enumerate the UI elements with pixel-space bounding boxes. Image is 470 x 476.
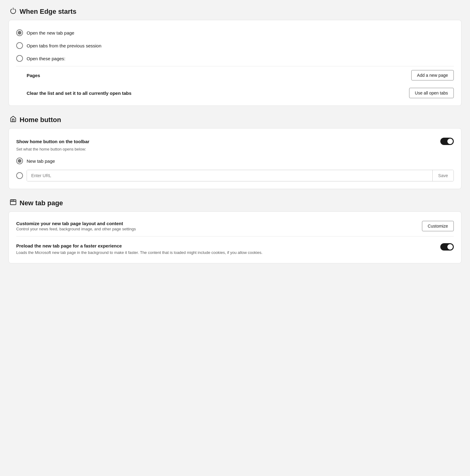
new-tab-page-card: Customize your new tab page layout and c… [9,211,461,263]
customize-button[interactable]: Customize [422,221,454,231]
power-icon [10,7,17,16]
home-button-section: Home button Show home button on the tool… [9,116,461,189]
home-button-title: Home button [20,116,61,124]
clear-label: Clear the list and set it to all current… [27,91,132,96]
home-icon [10,116,17,124]
clear-row: Clear the list and set it to all current… [16,84,454,99]
url-input[interactable] [27,170,432,181]
pages-row: Pages Add a new page [16,66,454,84]
when-edge-starts-title: When Edge starts [20,8,76,16]
radio-these-pages-label: Open these pages: [27,56,65,61]
card-divider [16,236,454,236]
home-url-row: Save [16,167,454,183]
radio-option-prev-session[interactable]: Open tabs from the previous session [16,39,454,52]
when-edge-starts-section: When Edge starts Open the new tab page O… [9,7,461,106]
radio-new-tab-label: Open the new tab page [27,30,74,35]
new-tab-page-title: New tab page [20,199,63,207]
radio-option-new-tab[interactable]: Open the new tab page [16,26,454,39]
home-button-header: Home button [9,116,461,124]
new-tab-page-header: New tab page [9,199,461,207]
customize-sublabel: Control your news feed, background image… [16,227,136,231]
show-home-label: Show home button on the toolbar [16,139,89,144]
home-radio-new-tab-input[interactable] [16,158,23,164]
show-home-sublabel: Set what the home button opens below: [16,147,454,151]
radio-option-these-pages[interactable]: Open these pages: [16,52,454,65]
customize-label: Customize your new tab page layout and c… [16,221,136,226]
customize-row: Customize your new tab page layout and c… [16,218,454,232]
new-tab-page-section: New tab page Customize your new tab page… [9,199,461,263]
home-radio-option-new-tab[interactable]: New tab page [16,154,454,167]
home-radio-new-tab-label: New tab page [27,158,55,164]
show-home-toggle[interactable] [440,138,454,145]
preload-desc: Loads the Microsoft new tab page in the … [16,250,263,256]
preload-row: Preload the new tab page for a faster ex… [16,240,454,257]
url-save-button[interactable]: Save [432,170,453,181]
url-input-wrapper: Save [27,170,454,181]
use-all-open-tabs-button[interactable]: Use all open tabs [409,88,454,98]
add-new-page-button[interactable]: Add a new page [411,70,454,80]
new-tab-icon [10,199,17,207]
radio-prev-session-input[interactable] [16,42,23,49]
preload-toggle[interactable] [440,243,454,251]
when-edge-starts-header: When Edge starts [9,7,461,16]
radio-prev-session-label: Open tabs from the previous session [27,43,101,48]
svg-rect-0 [10,200,16,205]
home-button-card: Show home button on the toolbar Set what… [9,128,461,189]
radio-new-tab-input[interactable] [16,29,23,36]
preload-label: Preload the new tab page for a faster ex… [16,243,263,248]
home-radio-url-input[interactable] [16,172,23,179]
customize-text: Customize your new tab page layout and c… [16,221,136,231]
radio-these-pages-input[interactable] [16,55,23,62]
preload-text: Preload the new tab page for a faster ex… [16,243,263,256]
when-edge-starts-card: Open the new tab page Open tabs from the… [9,20,461,106]
pages-label: Pages [27,73,40,78]
show-home-toggle-row: Show home button on the toolbar [16,135,454,147]
